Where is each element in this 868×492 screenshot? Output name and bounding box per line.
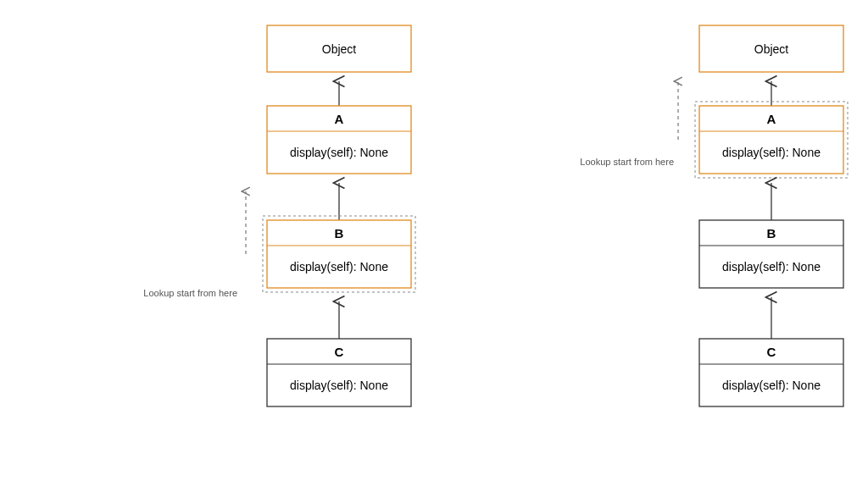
class-b-method: display(self): None xyxy=(290,260,388,274)
class-c-method: display(self): None xyxy=(722,379,821,392)
class-object-left: Object xyxy=(267,25,411,72)
class-b-right: B display(self): None xyxy=(699,220,843,288)
class-c-name: C xyxy=(335,345,344,359)
object-label: Object xyxy=(754,42,789,56)
inheritance-diagram: Object A display(self): None B display(s… xyxy=(0,0,868,492)
class-a-name: A xyxy=(335,112,344,126)
class-a-method: display(self): None xyxy=(722,146,821,159)
lookup-caption-right: Lookup start from here xyxy=(580,157,674,167)
class-b-name: B xyxy=(335,226,344,240)
class-b-method: display(self): None xyxy=(722,260,821,274)
class-c-method: display(self): None xyxy=(290,379,388,392)
class-c-left: C display(self): None xyxy=(267,339,411,406)
class-a-left: A display(self): None xyxy=(267,106,411,174)
class-c-name: C xyxy=(767,345,776,359)
class-b-left: B display(self): None xyxy=(263,216,415,292)
right-column: Object A display(self): None Lookup star… xyxy=(580,25,848,406)
class-object-right: Object xyxy=(699,25,843,72)
class-a-right: A display(self): None xyxy=(695,102,848,178)
class-c-right: C display(self): None xyxy=(699,339,843,406)
class-b-name: B xyxy=(767,226,776,240)
class-a-method: display(self): None xyxy=(290,146,388,159)
class-a-name: A xyxy=(767,112,776,126)
object-label: Object xyxy=(322,42,357,56)
left-column: Object A display(self): None B display(s… xyxy=(143,25,415,406)
lookup-caption-left: Lookup start from here xyxy=(143,288,237,298)
